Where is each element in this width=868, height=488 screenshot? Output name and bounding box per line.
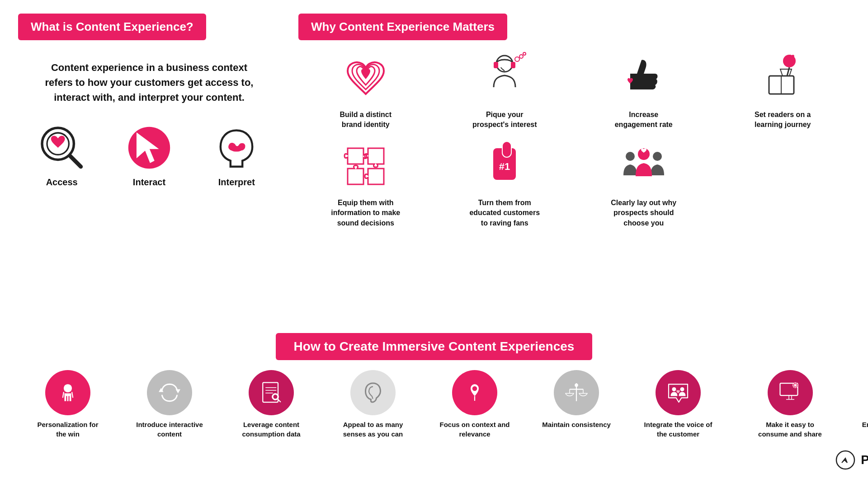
interact-label: Interact <box>133 177 165 188</box>
how-label-consistency: Maintain consistency <box>542 420 611 429</box>
svg-point-31 <box>472 386 477 391</box>
interpret-icon <box>212 123 261 173</box>
svg-point-37 <box>575 384 578 387</box>
how-item-consistency: Maintain consistency <box>527 370 626 439</box>
svg-point-29 <box>274 395 278 399</box>
svg-marker-23 <box>176 389 181 394</box>
matters-label-choose: Clearly lay out why prospects should cho… <box>608 198 680 228</box>
left-panel: What is Content Experience? Content expe… <box>18 14 280 324</box>
svg-line-2 <box>70 156 80 167</box>
matters-item-interest: Pique your prospect's interest <box>438 51 572 130</box>
right-panel: Why Content Experience Matters Build a d… <box>298 14 850 324</box>
fans-icon: #1 <box>477 139 532 193</box>
equip-icon <box>339 139 393 193</box>
matters-label-learning: Set readers on a learning journey <box>746 110 819 130</box>
bottom-section: How to Create Immersive Content Experien… <box>18 333 850 474</box>
svg-point-39 <box>680 387 684 391</box>
interpret-label: Interpret <box>218 177 255 188</box>
how-item-personalization: Personalization for the win <box>18 370 118 439</box>
what-is-header: What is Content Experience? <box>18 14 206 40</box>
how-label-personalization: Personalization for the win <box>32 420 104 439</box>
how-label-easy: Make it easy to consume and share <box>754 420 826 439</box>
how-label-interactive: Introduce interactive content <box>133 420 206 439</box>
how-label-context: Focus on context and relevance <box>439 420 511 439</box>
svg-point-18 <box>653 152 662 161</box>
engagement-icon <box>617 51 671 105</box>
svg-point-5 <box>496 56 513 72</box>
svg-point-38 <box>672 387 676 391</box>
access-label: Access <box>46 177 78 188</box>
learning-icon <box>755 51 810 105</box>
interpret-item: Interpret <box>212 123 261 188</box>
leverage-icon <box>249 370 294 415</box>
consistency-icon <box>554 370 599 415</box>
interact-icon <box>124 123 174 173</box>
svg-rect-7 <box>511 62 515 68</box>
matters-label-fans: Turn them from educated customers to rav… <box>468 198 541 228</box>
svg-line-21 <box>72 392 73 398</box>
svg-point-51 <box>844 459 846 461</box>
context-icon <box>452 370 497 415</box>
senses-icon <box>350 370 396 415</box>
matters-grid: Build a distinct brand identity <box>298 51 850 228</box>
personalization-icon <box>45 370 90 415</box>
svg-point-10 <box>523 52 526 55</box>
matters-item-brand: Build a distinct brand identity <box>298 51 433 130</box>
matters-label-engagement: Increase engagement rate <box>608 110 680 130</box>
access-interact-interpret-row: Access Interact <box>18 123 280 188</box>
paperflite-name: Paperflite <box>861 453 868 467</box>
how-label-continuity: Ensure Comfort of Continuity <box>856 420 868 439</box>
how-label-senses: Appeal to as many senses as you can <box>337 420 409 439</box>
svg-rect-6 <box>494 62 498 68</box>
how-item-continuity: Ensure Comfort of Continuity <box>842 370 868 439</box>
description-text: Content experience in a business context… <box>18 60 280 105</box>
matters-label-equip: Equip them with information to make soun… <box>330 198 402 228</box>
why-matters-header: Why Content Experience Matters <box>298 14 507 40</box>
interactive-icon <box>147 370 192 415</box>
svg-text:#1: #1 <box>499 161 510 172</box>
interact-item: Interact <box>124 123 174 188</box>
voice-icon <box>656 370 701 415</box>
access-icon <box>37 123 87 173</box>
svg-point-9 <box>519 55 523 58</box>
how-label-leverage: Leverage content consumption data <box>235 420 307 439</box>
matters-item-fans: #1 Turn them from educated customers to … <box>438 139 572 228</box>
paperflite-logo: Paperflite <box>835 446 868 474</box>
how-item-interactive: Introduce interactive content <box>120 370 219 439</box>
matters-item-learning: Set readers on a learning journey <box>716 51 850 130</box>
how-item-senses: Appeal to as many senses as you can <box>323 370 423 439</box>
how-item-voice: Integrate the voice of the customer <box>628 370 728 439</box>
brand-icon <box>339 51 393 105</box>
how-item-context: Focus on context and relevance <box>425 370 524 439</box>
interest-icon <box>477 51 532 105</box>
svg-point-8 <box>515 57 519 61</box>
paperflite-logo-icon <box>835 450 855 470</box>
matters-label-interest: Pique your prospect's interest <box>468 110 541 130</box>
choose-icon <box>617 139 671 193</box>
how-label-voice: Integrate the voice of the customer <box>642 420 714 439</box>
svg-line-20 <box>63 392 64 398</box>
how-item-easy: Make it easy to consume and share <box>741 370 840 439</box>
how-item-leverage: Leverage content consumption data <box>222 370 321 439</box>
matters-item-choose: Clearly lay out why prospects should cho… <box>576 139 711 228</box>
how-to-header: How to Create Immersive Content Experien… <box>276 333 593 360</box>
access-item: Access <box>37 123 87 188</box>
matters-item-equip: Equip them with information to make soun… <box>298 139 433 228</box>
svg-rect-15 <box>502 141 511 157</box>
matters-item-engagement: Increase engagement rate <box>576 51 711 130</box>
svg-point-17 <box>626 152 635 161</box>
easy-icon <box>768 370 813 415</box>
matters-label-brand: Build a distinct brand identity <box>330 110 402 130</box>
